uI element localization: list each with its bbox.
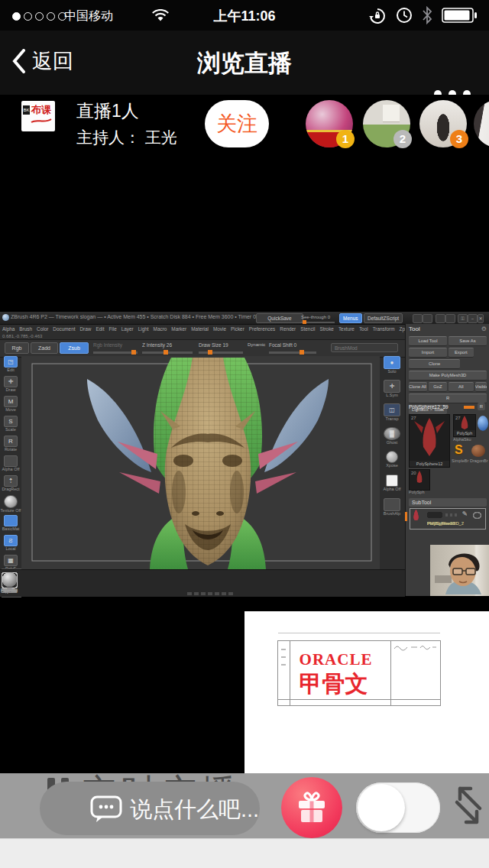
defaultzscript-button: DefaultZScript [364, 313, 403, 323]
zbrush-menu-bar: AlphaBrushColorDocumentDrawEditFileLayer… [0, 325, 405, 334]
pane-left-icon [413, 314, 423, 323]
alpha-sphere-icon [478, 416, 488, 431]
menu-item: Macro [151, 325, 170, 334]
menu-item: Tool [357, 325, 371, 334]
tool-icon: Ƨ [4, 535, 18, 546]
fullscreen-expand-icon[interactable] [449, 775, 486, 834]
table-notes-cell [391, 641, 441, 700]
z-intensity-slider: Z Intensity 26 [142, 342, 172, 348]
simplebrush-icon: S [455, 443, 463, 457]
tool-icon: ◳ [4, 356, 18, 368]
oracle-logo-chinese: 甲骨文 [300, 669, 368, 700]
tool-panel-button: GoZ [429, 382, 447, 392]
left-shelf-tool: ◳ Edit [0, 356, 21, 375]
brush-shelf: ClayBu Move Smooth Clay [0, 569, 405, 597]
left-shelf-tool: M Move [0, 396, 21, 415]
subtool-row: ✎ PolySphere25 [410, 509, 485, 529]
tool-icon: R [4, 436, 18, 447]
tool-icon: ● [384, 356, 400, 369]
right-shelf-tool: Alpha Off [380, 474, 404, 497]
dragonbr-label: DragonBr [470, 458, 488, 463]
close-icon: ✕ [478, 314, 484, 323]
tool-panel-button: R [409, 394, 487, 403]
zbrush-right-shelf: ● Solo ✛ L.Sym ◫ Transp ▓ Ghost [380, 356, 404, 539]
brush-item: Topology [0, 572, 18, 593]
live-viewer-count: 直播1人 [76, 99, 139, 123]
menu-item: Texture [336, 325, 357, 334]
presenter-webcam [430, 545, 489, 596]
chat-input[interactable]: 说点什么吧... [40, 782, 260, 835]
zbrush-window-title: ZBrush 4R6 P2 — Timework slogan — • Acti… [11, 314, 264, 319]
zsub-button: Zsub [60, 342, 89, 354]
zbrush-logo-icon [2, 314, 9, 321]
tool-panel-button: Load Tool [409, 336, 447, 346]
viewer-avatar-4[interactable] [474, 100, 489, 147]
active-tool-label: PolySphere12_59 [409, 404, 449, 410]
right-shelf-tool: ◫ Transp [380, 403, 404, 426]
dynamic-toggle: Dynamic [248, 342, 265, 347]
menu-item: Stencil [298, 325, 317, 334]
shelf-scroll-handle [187, 592, 233, 595]
tool-icon [4, 515, 18, 526]
tool-panel-button: Clone [409, 359, 460, 369]
follow-button[interactable]: 关注 [205, 100, 269, 147]
cursor-coordinates: 0.681,-0.785,-0.463 [2, 334, 42, 338]
alarm-clock-icon [396, 7, 413, 24]
see-through-handle [303, 320, 306, 324]
draw-size-slider: Draw Size 19 [199, 342, 228, 348]
chat-placeholder: 说点什么吧... [130, 795, 259, 825]
document-table: ORACLE 甲骨文 [277, 640, 441, 706]
subtool-panel-title: SubTool [409, 498, 487, 507]
shared-document-panel: ORACLE 甲骨文 [244, 611, 489, 773]
host-name-label: 主持人： 王光 [76, 127, 177, 148]
dragonbrush-icon [471, 445, 485, 457]
left-shelf-tool: Ƨ Local [0, 535, 21, 554]
rotation-lock-icon [368, 7, 387, 25]
menu-item: Edit [93, 325, 106, 334]
menu-item: Draw [77, 325, 93, 334]
tool-panel-buttons: Load ToolSave AsImportExportCloneMake Po… [409, 336, 487, 415]
left-shelf-tool: Texture Off [0, 495, 21, 514]
tool-panel-title: Tool [409, 326, 420, 332]
menu-item: Layer [119, 325, 136, 334]
sculpt-canvas [21, 356, 380, 569]
tool-icon [4, 455, 18, 467]
left-shelf-tool: BasicMat [0, 515, 21, 534]
tool-panel-button: Export [449, 348, 474, 358]
host-avatar[interactable]: BK 布课 [21, 101, 55, 131]
tool-icon: ✛ [384, 380, 400, 393]
alphasku-label: AlphaSku [453, 437, 488, 442]
eye-icon [473, 512, 481, 519]
subtool-thumb-icon [410, 509, 422, 521]
menu-item: Render [277, 325, 298, 334]
focal-shift-slider: Focal Shift 0 [269, 342, 296, 348]
gift-icon [296, 790, 328, 824]
zbrush-video-frame: ZBrush 4R6 P2 — Timework slogan — • Acti… [0, 312, 489, 596]
host-logo-text: 布课 [31, 103, 51, 117]
table-side-column [278, 641, 290, 700]
broadcast-toggle[interactable] [356, 782, 440, 833]
tool-icon: ✛ [4, 376, 18, 387]
tool-icon: ⇡ [4, 475, 18, 487]
tool-icon: ◫ [384, 403, 400, 416]
menu-item: Document [50, 325, 77, 334]
chat-bubble-icon [90, 795, 122, 824]
minimize-icon: − [468, 314, 478, 323]
zadd-button: Zadd [31, 342, 58, 354]
gift-button[interactable] [281, 777, 342, 838]
left-shelf-tool: Alpha Off [0, 455, 21, 474]
document-rule-line [278, 633, 440, 633]
menu-item: Material [189, 325, 211, 334]
divider-left-icon [436, 314, 445, 323]
menu-item: Marker [169, 325, 189, 334]
phone-screen: 中国移动 上午11:06 [0, 0, 489, 868]
tool-thumb-polysph: 27 PolySph [453, 414, 476, 437]
handwriting-scribble [391, 641, 439, 656]
viewer-rank-badge-3: 3 [450, 130, 468, 148]
lock-icon: ⚿ [458, 314, 468, 323]
tool-thumb-polysphere12: 27 PolySphere12 [409, 414, 450, 468]
battery-icon [442, 8, 478, 23]
bottom-home-strip [0, 838, 489, 868]
clock-label: 上午11:06 [0, 7, 489, 25]
menu-item: Light [136, 325, 151, 334]
